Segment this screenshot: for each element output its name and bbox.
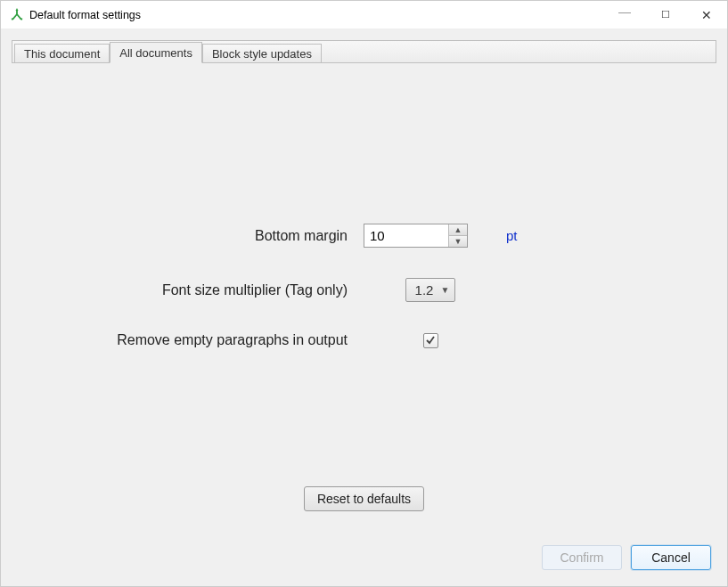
tab-this-document[interactable]: This document <box>14 44 110 63</box>
tab-all-documents[interactable]: All documents <box>110 42 202 63</box>
reset-to-defaults-button[interactable]: Reset to defaults <box>304 486 424 511</box>
spinner-up-icon[interactable]: ▲ <box>449 224 467 236</box>
caret-down-icon: ▼ <box>440 285 449 295</box>
maximize-button[interactable]: ☐ <box>645 1 686 29</box>
bottom-margin-label: Bottom margin <box>12 228 364 244</box>
tabpane-all-documents: Bottom margin ▲ ▼ pt Font size multiplie… <box>12 63 716 575</box>
bottom-margin-unit: pt <box>506 228 551 243</box>
remove-empty-label: Remove empty paragraphs in output <box>12 332 364 348</box>
tabstrip: This document All documents Block style … <box>12 40 716 63</box>
maximize-icon: ☐ <box>661 9 670 20</box>
client-area: This document All documents Block style … <box>1 29 727 586</box>
close-icon: ✕ <box>701 8 712 22</box>
bottom-margin-input[interactable] <box>364 224 448 247</box>
minimize-button[interactable]: — <box>604 1 645 29</box>
minimize-icon: — <box>618 4 631 19</box>
settings-form: Bottom margin ▲ ▼ pt Font size multiplie… <box>12 224 716 348</box>
font-multiplier-label: Font size multiplier (Tag only) <box>12 282 364 298</box>
spinner-arrows: ▲ ▼ <box>448 224 467 247</box>
close-button[interactable]: ✕ <box>686 1 727 29</box>
spinner-down-icon[interactable]: ▼ <box>449 236 467 247</box>
dialog-footer: Confirm Cancel <box>542 545 711 570</box>
svg-marker-0 <box>16 8 19 11</box>
font-multiplier-value: 1.2 <box>415 282 434 298</box>
font-multiplier-dropdown[interactable]: 1.2 ▼ <box>405 278 456 302</box>
checkmark-icon <box>425 335 436 346</box>
app-icon <box>10 8 24 22</box>
cancel-button[interactable]: Cancel <box>631 545 711 570</box>
window-title: Default format settings <box>29 9 141 21</box>
confirm-button: Confirm <box>542 545 622 570</box>
titlebar: Default format settings — ☐ ✕ <box>1 1 727 29</box>
tab-block-style-updates[interactable]: Block style updates <box>202 44 322 63</box>
bottom-margin-spinner[interactable]: ▲ ▼ <box>364 224 468 248</box>
remove-empty-checkbox[interactable] <box>423 333 438 348</box>
